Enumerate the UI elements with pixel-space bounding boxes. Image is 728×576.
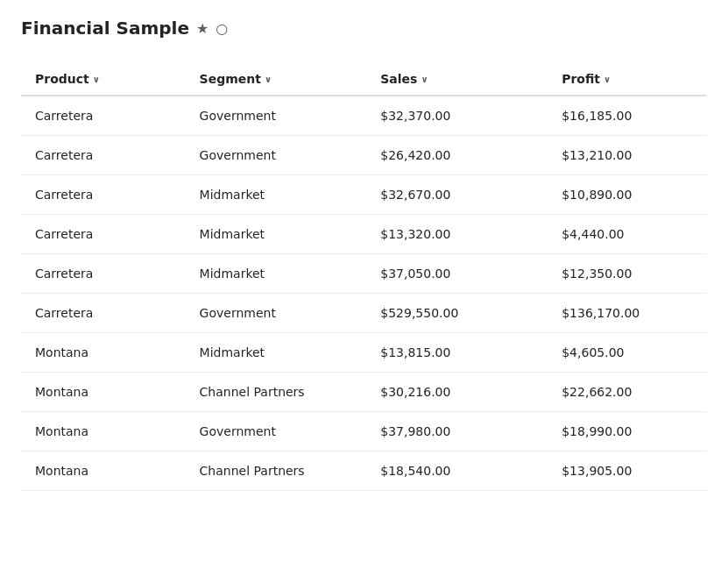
cell-product: Montana — [21, 333, 186, 373]
column-header-sales[interactable]: Sales ∨ — [366, 63, 548, 96]
financial-table: Product ∨ Segment ∨ Sales ∨ — [21, 63, 707, 491]
cell-segment: Channel Partners — [186, 373, 367, 412]
cell-product: Montana — [21, 373, 186, 412]
cell-segment: Midmarket — [186, 333, 367, 373]
chevron-down-icon: ∨ — [604, 75, 611, 84]
chevron-down-icon: ∨ — [265, 75, 272, 84]
page-title: Financial Sample — [21, 18, 189, 39]
cell-product: Montana — [21, 412, 186, 452]
chevron-down-icon: ∨ — [421, 75, 428, 84]
column-header-segment[interactable]: Segment ∨ — [186, 63, 367, 96]
cell-sales: $32,670.00 — [366, 175, 548, 215]
cell-sales: $26,420.00 — [366, 136, 548, 175]
table-row: MontanaChannel Partners$30,216.00$22,662… — [21, 373, 707, 412]
cell-segment: Government — [186, 96, 367, 136]
cell-sales: $13,320.00 — [366, 215, 548, 254]
cell-segment: Government — [186, 294, 367, 333]
cell-profit: $136,170.00 — [548, 294, 707, 333]
table-row: MontanaMidmarket$13,815.00$4,605.00 — [21, 333, 707, 373]
table-row: CarreteraMidmarket$37,050.00$12,350.00 — [21, 254, 707, 294]
cell-sales: $529,550.00 — [366, 294, 548, 333]
cell-segment: Channel Partners — [186, 452, 367, 491]
cell-sales: $32,370.00 — [366, 96, 548, 136]
cell-segment: Midmarket — [186, 254, 367, 294]
table-row: CarreteraGovernment$32,370.00$16,185.00 — [21, 96, 707, 136]
table-row: MontanaGovernment$37,980.00$18,990.00 — [21, 412, 707, 452]
cell-profit: $4,440.00 — [548, 215, 707, 254]
cell-profit: $16,185.00 — [548, 96, 707, 136]
cell-profit: $13,210.00 — [548, 136, 707, 175]
cell-sales: $37,050.00 — [366, 254, 548, 294]
chevron-down-icon: ∨ — [93, 75, 100, 84]
page-container: Financial Sample ★ ○ Product ∨ Segment — [0, 0, 728, 508]
cell-profit: $10,890.00 — [548, 175, 707, 215]
table-row: MontanaChannel Partners$18,540.00$13,905… — [21, 452, 707, 491]
cell-segment: Midmarket — [186, 215, 367, 254]
column-header-profit[interactable]: Profit ∨ — [548, 63, 707, 96]
cell-product: Carretera — [21, 136, 186, 175]
cell-product: Carretera — [21, 215, 186, 254]
table-body: CarreteraGovernment$32,370.00$16,185.00C… — [21, 96, 707, 491]
data-table-container: Product ∨ Segment ∨ Sales ∨ — [21, 63, 707, 491]
cell-profit: $4,605.00 — [548, 333, 707, 373]
cell-sales: $30,216.00 — [366, 373, 548, 412]
star-icon[interactable]: ★ — [196, 20, 209, 37]
cell-segment: Midmarket — [186, 175, 367, 215]
cell-sales: $13,815.00 — [366, 333, 548, 373]
circle-icon[interactable]: ○ — [216, 20, 228, 37]
cell-sales: $18,540.00 — [366, 452, 548, 491]
cell-product: Montana — [21, 452, 186, 491]
page-header: Financial Sample ★ ○ — [21, 18, 707, 39]
column-header-product[interactable]: Product ∨ — [21, 63, 186, 96]
cell-profit: $12,350.00 — [548, 254, 707, 294]
cell-product: Carretera — [21, 175, 186, 215]
cell-profit: $18,990.00 — [548, 412, 707, 452]
cell-profit: $13,905.00 — [548, 452, 707, 491]
table-row: CarreteraMidmarket$32,670.00$10,890.00 — [21, 175, 707, 215]
cell-product: Carretera — [21, 294, 186, 333]
cell-segment: Government — [186, 136, 367, 175]
table-header-row: Product ∨ Segment ∨ Sales ∨ — [21, 63, 707, 96]
cell-product: Carretera — [21, 254, 186, 294]
table-row: CarreteraGovernment$26,420.00$13,210.00 — [21, 136, 707, 175]
table-row: CarreteraMidmarket$13,320.00$4,440.00 — [21, 215, 707, 254]
table-row: CarreteraGovernment$529,550.00$136,170.0… — [21, 294, 707, 333]
cell-profit: $22,662.00 — [548, 373, 707, 412]
cell-sales: $37,980.00 — [366, 412, 548, 452]
cell-segment: Government — [186, 412, 367, 452]
cell-product: Carretera — [21, 96, 186, 136]
